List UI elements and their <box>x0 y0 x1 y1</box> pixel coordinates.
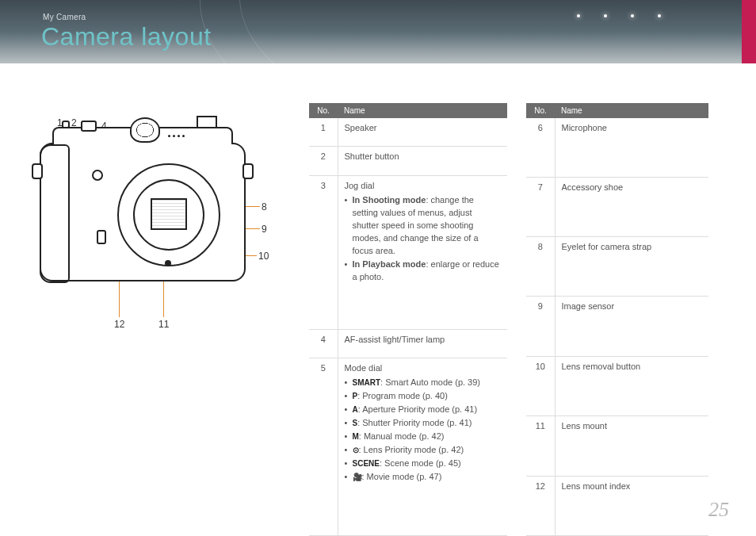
af-assist-light-icon <box>92 170 103 181</box>
cell-no: 4 <box>309 329 338 358</box>
list-item: SMART: Smart Auto mode (p. 39) <box>345 377 502 389</box>
cell-name: Jog dialIn Shooting mode: change the set… <box>338 176 507 330</box>
table-row: 6Microphone <box>526 118 708 177</box>
list-item: In Shooting mode: change the setting val… <box>345 194 502 258</box>
cell-no: 10 <box>526 356 555 415</box>
mode-icon: SCENE <box>353 459 380 468</box>
list-item: P: Program mode (p. 40) <box>345 390 502 403</box>
parts-table-2: No. Name 6Microphone7Accessory shoe8Eyel… <box>526 103 708 536</box>
callout-12: 12 <box>114 319 124 330</box>
cell-no: 7 <box>526 177 555 236</box>
mode-icon: P <box>353 392 358 400</box>
accessory-shoe-icon <box>197 116 217 128</box>
eyelet-left-icon <box>32 163 43 179</box>
parts-table-1: No. Name 1Speaker2Shutter button3Jog dia… <box>309 103 507 536</box>
cell-name: Shutter button <box>338 147 507 176</box>
cell-name: Speaker <box>338 118 507 147</box>
cell-no: 5 <box>309 358 338 536</box>
table-row: 8Eyelet for camera strap <box>526 236 708 296</box>
callout-8: 8 <box>262 201 267 212</box>
breadcrumb: My Camera <box>43 13 86 21</box>
table-row: 7Accessory shoe <box>526 177 708 236</box>
speaker-icon <box>62 121 70 128</box>
th-name: Name <box>338 103 507 118</box>
cell-no: 9 <box>526 297 555 356</box>
table-row: 9Image sensor <box>526 297 708 356</box>
cell-name: Microphone <box>555 118 708 177</box>
cell-name: Accessory shoe <box>555 177 708 236</box>
cell-no: 6 <box>526 118 555 177</box>
table-row: 10Lens removal button <box>526 356 708 415</box>
table-row: 12Lens mount index <box>526 476 708 535</box>
decorative-dots <box>577 14 661 17</box>
table-row: 5Mode dialSMART: Smart Auto mode (p. 39)… <box>309 358 507 536</box>
cell-no: 1 <box>309 118 338 147</box>
cell-name: Lens mount <box>555 416 708 476</box>
grip <box>40 144 70 283</box>
table-row: 11Lens mount <box>526 416 708 476</box>
cell-name: Eyelet for camera strap <box>555 236 708 296</box>
page-title: Camera layout <box>41 22 212 52</box>
eyelet-right-icon <box>242 163 254 179</box>
cell-name: Image sensor <box>555 297 708 356</box>
table-row: 2Shutter button <box>309 147 507 176</box>
cell-name: Lens mount index <box>555 476 708 535</box>
list-item: S: Shutter Priority mode (p. 41) <box>345 417 502 430</box>
table-row: 1Speaker <box>309 118 507 147</box>
th-no-2: No. <box>526 103 555 118</box>
lens-removal-button-icon <box>97 230 106 244</box>
mode-icon: 🎥 <box>353 473 362 481</box>
mode-icon: S <box>353 419 358 427</box>
camera-diagram <box>40 143 262 281</box>
list-item: 🎥: Movie mode (p. 47) <box>345 471 502 484</box>
list-item: ⊙: Lens Priority mode (p. 42) <box>345 444 502 457</box>
table-row: 3Jog dialIn Shooting mode: change the se… <box>309 176 507 330</box>
lens-mount-index-icon <box>165 260 171 266</box>
list-item: In Playback mode: enlarge or reduce a ph… <box>345 258 502 284</box>
page-number: 25 <box>708 498 729 522</box>
table-row: 4AF-assist light/Timer lamp <box>309 329 507 358</box>
th-no: No. <box>309 103 338 118</box>
list-item: SCENE: Scene mode (p. 45) <box>345 458 502 470</box>
camera-body <box>40 143 246 281</box>
cell-no: 2 <box>309 147 338 176</box>
cell-name: AF-assist light/Timer lamp <box>338 329 507 358</box>
cell-name: Mode dialSMART: Smart Auto mode (p. 39)P… <box>338 358 507 536</box>
accent-bar <box>742 0 756 63</box>
list-item: M: Manual mode (p. 42) <box>345 431 502 443</box>
callout-9: 9 <box>262 224 267 235</box>
image-sensor-icon <box>151 198 187 230</box>
cell-no: 11 <box>526 416 555 476</box>
microphone-icon <box>168 135 185 137</box>
list-item: A: Aperture Priority mode (p. 41) <box>345 404 502 416</box>
mode-dial-icon <box>130 117 160 143</box>
callout-11: 11 <box>158 319 169 330</box>
mode-icon: A <box>353 405 358 414</box>
mode-icon: ⊙ <box>353 446 359 454</box>
shutter-button-icon <box>81 121 97 132</box>
content-area: 1 2 3 4 5 6 7 8 9 10 12 11 <box>0 95 756 536</box>
cell-no: 8 <box>526 236 555 296</box>
th-name-2: Name <box>555 103 708 118</box>
cell-no: 3 <box>309 176 338 330</box>
tables-area: No. Name 1Speaker2Shutter button3Jog dia… <box>309 95 708 536</box>
cell-no: 12 <box>526 476 555 535</box>
diagram-area: 1 2 3 4 5 6 7 8 9 10 12 11 <box>0 95 309 536</box>
mode-icon: SMART <box>353 378 381 387</box>
cell-name: Lens removal button <box>555 356 708 415</box>
mode-icon: M <box>353 432 359 441</box>
